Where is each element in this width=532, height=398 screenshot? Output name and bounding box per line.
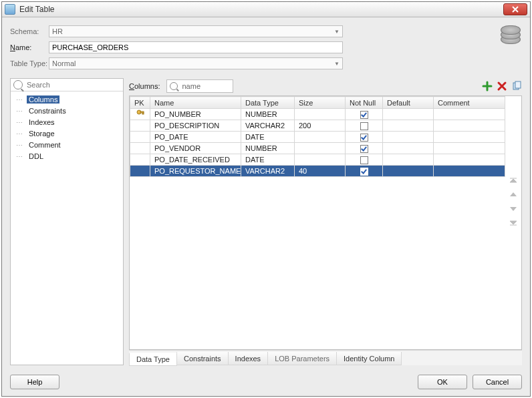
cell-datatype[interactable]: DATE: [241, 154, 295, 166]
cell-comment[interactable]: [434, 120, 505, 132]
table-row[interactable]: PO_NUMBERNUMBER: [130, 109, 505, 120]
notnull-checkbox[interactable]: [360, 134, 368, 142]
cell-comment[interactable]: [434, 132, 505, 143]
schema-select[interactable]: HR ▼: [49, 25, 343, 37]
cell-name[interactable]: PO_DESCRIPTION: [150, 120, 241, 132]
col-size[interactable]: Size: [295, 97, 346, 109]
close-icon: [512, 6, 519, 13]
sidebar-search-input[interactable]: [25, 80, 108, 89]
columns-search-input[interactable]: [180, 81, 223, 91]
table-row[interactable]: PO_DATE_RECEIVEDDATE: [130, 154, 505, 166]
sidebar-item-comment[interactable]: ⋯Comment: [15, 140, 122, 150]
cell-size[interactable]: [295, 143, 346, 154]
tree-dots-icon: ⋯: [16, 142, 27, 149]
sidebar-item-ddl[interactable]: ⋯DDL: [15, 151, 122, 162]
table-row[interactable]: PO_VENDORNUMBER: [130, 143, 505, 154]
tab-constraints[interactable]: Constraints: [176, 352, 229, 365]
sidebar-item-constraints[interactable]: ⋯Constraints: [15, 106, 122, 116]
tree-dots-icon: ⋯: [16, 130, 27, 138]
notnull-checkbox[interactable]: [360, 168, 368, 176]
table-row[interactable]: PO_DESCRIPTIONVARCHAR2200: [130, 120, 505, 132]
cell-default[interactable]: [383, 166, 434, 177]
help-button[interactable]: Help: [10, 375, 59, 389]
col-pk[interactable]: PK: [130, 97, 150, 109]
move-down-button[interactable]: [508, 203, 519, 214]
tree-dots-icon: ⋯: [16, 108, 27, 115]
tab-data-type[interactable]: Data Type: [129, 353, 177, 366]
cell-pk[interactable]: [130, 166, 150, 177]
cell-comment[interactable]: [434, 166, 505, 177]
app-icon: [5, 4, 15, 15]
move-top-button[interactable]: [508, 176, 519, 187]
col-name[interactable]: Name: [150, 97, 241, 109]
col-datatype[interactable]: Data Type: [241, 97, 295, 109]
cell-default[interactable]: [383, 154, 434, 166]
cell-datatype[interactable]: VARCHAR2: [241, 166, 295, 177]
col-default[interactable]: Default: [383, 97, 434, 109]
cell-pk[interactable]: [130, 154, 150, 166]
sidebar-tree: ⋯Columns⋯Constraints⋯Indexes⋯Storage⋯Com…: [11, 91, 123, 365]
columns-grid-wrap: PK Name Data Type Size Not Null Default …: [129, 95, 522, 350]
cell-default[interactable]: [383, 143, 434, 154]
cell-pk[interactable]: [130, 143, 150, 154]
cell-name[interactable]: PO_NUMBER: [150, 109, 241, 120]
cell-datatype[interactable]: DATE: [241, 132, 295, 143]
columns-grid[interactable]: PK Name Data Type Size Not Null Default …: [130, 96, 505, 177]
cell-notnull[interactable]: [346, 120, 383, 132]
cell-datatype[interactable]: VARCHAR2: [241, 120, 295, 132]
add-column-button[interactable]: [482, 81, 493, 91]
cell-comment[interactable]: [434, 154, 505, 166]
tab-identity-column[interactable]: Identity Column: [336, 352, 402, 365]
cell-datatype[interactable]: NUMBER: [241, 109, 295, 120]
sidebar-item-indexes[interactable]: ⋯Indexes: [15, 117, 122, 128]
cell-notnull[interactable]: [346, 143, 383, 154]
columns-search[interactable]: [166, 79, 233, 93]
notnull-checkbox[interactable]: [360, 145, 368, 153]
row-reorder-controls: [507, 110, 520, 348]
cell-default[interactable]: [383, 120, 434, 132]
tab-indexes[interactable]: Indexes: [228, 352, 269, 365]
notnull-checkbox[interactable]: [360, 111, 368, 119]
cell-size[interactable]: [295, 132, 346, 143]
notnull-checkbox[interactable]: [360, 122, 368, 130]
col-comment[interactable]: Comment: [434, 97, 505, 109]
close-button[interactable]: [503, 3, 527, 15]
table-row[interactable]: PO_DATEDATE: [130, 132, 505, 143]
cell-name[interactable]: PO_DATE: [150, 132, 241, 143]
cell-pk[interactable]: [130, 109, 150, 120]
cell-notnull[interactable]: [346, 109, 383, 120]
cell-default[interactable]: [383, 109, 434, 120]
cell-name[interactable]: PO_DATE_RECEIVED: [150, 154, 241, 166]
move-up-button[interactable]: [508, 190, 519, 200]
name-input[interactable]: [49, 41, 343, 53]
cell-size[interactable]: [295, 154, 346, 166]
cell-notnull[interactable]: [346, 166, 383, 177]
remove-column-button[interactable]: [497, 81, 507, 91]
sidebar-search[interactable]: [11, 79, 123, 91]
move-bottom-button[interactable]: [508, 216, 519, 227]
sidebar-item-columns[interactable]: ⋯Columns: [15, 94, 122, 105]
cell-name[interactable]: PO_REQUESTOR_NAME: [150, 166, 241, 177]
cell-comment[interactable]: [434, 143, 505, 154]
cell-size[interactable]: 200: [295, 120, 346, 132]
cell-size[interactable]: [295, 109, 346, 120]
sidebar-item-storage[interactable]: ⋯Storage: [15, 128, 122, 139]
cell-notnull[interactable]: [346, 132, 383, 143]
tabletype-select[interactable]: Normal ▼: [49, 57, 343, 69]
ok-button[interactable]: OK: [418, 375, 467, 389]
name-label: Name:: [10, 43, 49, 51]
col-notnull[interactable]: Not Null: [346, 97, 383, 109]
copy-column-button[interactable]: [511, 81, 522, 91]
cell-pk[interactable]: [130, 132, 150, 143]
cell-default[interactable]: [383, 132, 434, 143]
cell-pk[interactable]: [130, 120, 150, 132]
cell-comment[interactable]: [434, 109, 505, 120]
cell-size[interactable]: 40: [295, 166, 346, 177]
cell-datatype[interactable]: NUMBER: [241, 143, 295, 154]
detail-tabs: Data TypeConstraintsIndexesLOB Parameter…: [129, 350, 522, 365]
notnull-checkbox[interactable]: [360, 156, 368, 164]
cancel-button[interactable]: Cancel: [473, 375, 522, 389]
cell-name[interactable]: PO_VENDOR: [150, 143, 241, 154]
cell-notnull[interactable]: [346, 154, 383, 166]
table-row[interactable]: PO_REQUESTOR_NAMEVARCHAR240: [130, 166, 505, 177]
